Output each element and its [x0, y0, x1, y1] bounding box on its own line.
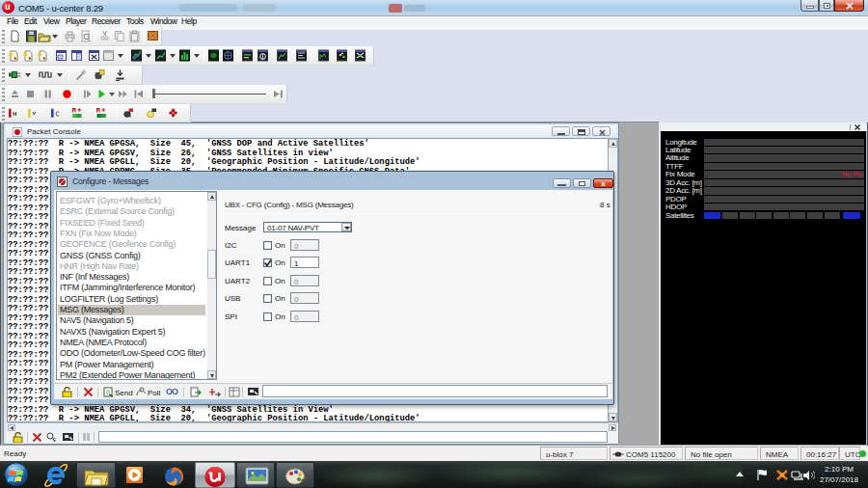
svg-text:E: E [53, 437, 57, 443]
